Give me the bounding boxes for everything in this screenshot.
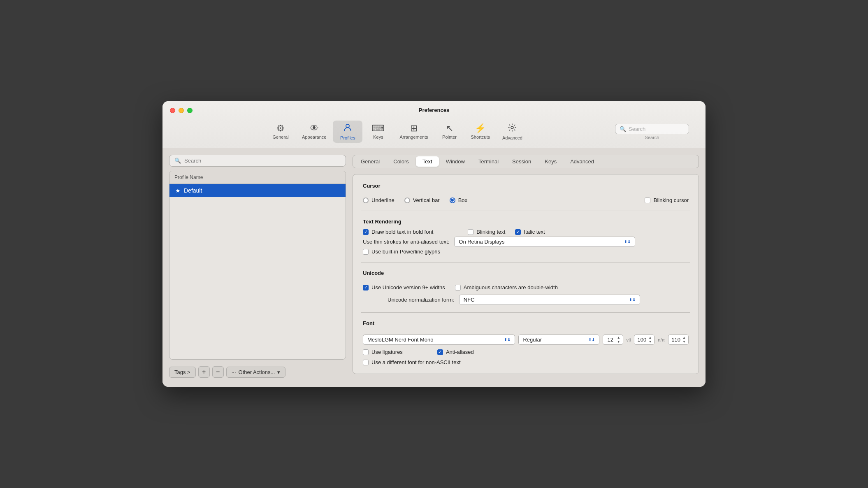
font-size-arrows[interactable]: ▲ ▼ [617,336,620,344]
profile-list-header: Profile Name [169,171,346,184]
use-unicode-checkbox[interactable]: ✓ [363,285,369,290]
tab-window[interactable]: Window [439,156,471,167]
ratio-up[interactable]: ▲ [682,336,686,340]
use-ligatures-item[interactable]: Use ligatures [363,349,403,355]
star-icon: ★ [175,187,181,194]
thin-strokes-select[interactable]: On Retina Displays ⬆⬇ [454,237,635,247]
add-profile-button[interactable]: + [198,366,210,378]
maximize-button[interactable] [187,108,193,113]
eye-icon: 👁 [310,124,319,133]
select-arrows-icon: ⬆⬇ [624,239,631,244]
ratio-down[interactable]: ▼ [682,340,686,344]
cursor-title: Cursor [363,183,689,189]
toolbar-item-advanced[interactable]: Advanced [497,121,528,143]
toolbar-label-general: General [273,135,289,139]
use-ligatures-label: Use ligatures [371,349,403,355]
sidebar-search[interactable]: 🔍 [169,155,346,167]
ratio-spinner[interactable]: 110 ▲ ▼ [668,335,689,345]
tags-button[interactable]: Tags > [169,367,196,378]
ratio-arrows[interactable]: ▲ ▼ [682,336,686,344]
italic-text-item[interactable]: ✓ Italic text [515,229,545,235]
font-size-spinner[interactable]: 12 ▲ ▼ [603,335,623,345]
toolbar-label-advanced: Advanced [502,135,522,140]
thin-strokes-row: Use thin strokes for anti-aliased text: … [363,237,689,247]
anti-aliased-checkbox[interactable]: ✓ [437,349,443,355]
minimize-button[interactable] [179,108,184,113]
toolbar-label-shortcuts: Shortcuts [471,135,490,139]
blinking-cursor-checkbox[interactable] [645,198,650,203]
ambiguous-checkbox[interactable] [455,285,461,290]
profile-item-default[interactable]: ★ Default [169,184,346,197]
remove-profile-button[interactable]: − [212,366,224,378]
toolbar-item-profiles[interactable]: Profiles [333,121,362,143]
tab-colors[interactable]: Colors [387,156,415,167]
close-button[interactable] [170,108,175,113]
svg-point-0 [346,124,349,128]
keyboard-icon: ⌨ [371,124,385,133]
search-icon: 🔍 [620,126,626,132]
cursor-underline[interactable]: Underline [363,197,395,203]
tab-session[interactable]: Session [506,156,538,167]
vli-label: v|i [627,337,631,342]
diff-font-checkbox[interactable] [363,360,369,365]
powerline-row[interactable]: Use built-in Powerline glyphs [363,249,689,255]
search-box[interactable]: 🔍 Search [615,124,689,134]
font-family-select[interactable]: MesloLGM Nerd Font Mono ⬆⬇ [363,335,515,345]
other-actions-button[interactable]: ··· Other Actions... ▾ [226,367,286,378]
unicode-normalization-select[interactable]: NFC ⬆⬇ [459,295,640,305]
tabs-row: General Colors Text Window Terminal Sess… [353,155,699,168]
font-style-value: Regular [523,337,542,343]
use-ligatures-checkbox[interactable] [363,349,369,355]
toolbar-item-appearance[interactable]: 👁 Appearance [296,121,332,142]
use-unicode-item[interactable]: ✓ Use Unicode version 9+ widths [363,284,445,290]
lightning-icon: ⚡ [475,124,486,133]
toolbar-item-pointer[interactable]: ↖ Pointer [435,121,464,142]
vli-down[interactable]: ▼ [648,340,652,344]
font-size-up[interactable]: ▲ [617,336,620,340]
tab-keys[interactable]: Keys [538,156,563,167]
unicode-normalization-label: Unicode normalization form: [388,297,454,303]
powerline-checkbox[interactable] [363,249,369,255]
vli-spinner[interactable]: 100 ▲ ▼ [634,335,654,345]
window-title: Preferences [171,107,697,117]
cursor-box-radio[interactable] [450,198,455,203]
content-area: 🔍 Profile Name ★ Default Tags > + − ··· … [162,148,706,387]
anti-aliased-item[interactable]: ✓ Anti-aliased [437,349,474,355]
tab-text[interactable]: Text [416,156,439,167]
font-size-down[interactable]: ▼ [617,340,620,344]
thin-strokes-label: Use thin strokes for anti-aliased text: [363,239,449,245]
tab-terminal[interactable]: Terminal [472,156,505,167]
unicode-section: Unicode ✓ Use Unicode version 9+ widths … [363,270,689,305]
vli-arrows[interactable]: ▲ ▼ [648,336,652,344]
cursor-underline-radio[interactable] [363,198,369,203]
profile-list: Profile Name ★ Default [169,171,346,360]
toolbar-item-keys[interactable]: ⌨ Keys [363,121,393,142]
toolbar-item-general[interactable]: ⚙ General [266,121,295,142]
blinking-text-checkbox[interactable] [468,229,473,235]
font-family-arrows-icon: ⬆⬇ [504,337,511,342]
unicode-checks-row: ✓ Use Unicode version 9+ widths Ambiguou… [363,284,689,290]
toolbar-item-arrangements[interactable]: ⊞ Arrangements [394,121,434,142]
blinking-cursor-row[interactable]: Blinking cursor [645,197,689,203]
draw-bold-item[interactable]: ✓ Draw bold text in bold font [363,229,433,235]
font-size-value: 12 [606,337,615,343]
thin-strokes-value: On Retina Displays [459,239,504,245]
toolbar-item-shortcuts[interactable]: ⚡ Shortcuts [465,121,496,142]
draw-bold-checkbox[interactable]: ✓ [363,229,369,235]
ambiguous-label: Ambiguous characters are double-width [464,284,558,290]
tab-advanced[interactable]: Advanced [564,156,601,167]
separator-3 [361,312,690,313]
vli-up[interactable]: ▲ [648,336,652,340]
tab-general[interactable]: General [354,156,386,167]
cursor-vertical-bar-radio[interactable] [404,198,410,203]
diff-font-item[interactable]: Use a different font for non-ASCII text [363,359,461,365]
cursor-section: Cursor Underline Vertical bar [363,183,689,203]
ambiguous-item[interactable]: Ambiguous characters are double-width [455,284,558,290]
sidebar-search-input[interactable] [184,158,341,164]
cursor-vertical-bar[interactable]: Vertical bar [404,197,440,203]
font-title: Font [363,320,689,326]
cursor-box[interactable]: Box [450,197,467,203]
blinking-text-item[interactable]: Blinking text [468,229,505,235]
font-style-select[interactable]: Regular ⬆⬇ [518,335,599,345]
italic-text-checkbox[interactable]: ✓ [515,229,521,235]
